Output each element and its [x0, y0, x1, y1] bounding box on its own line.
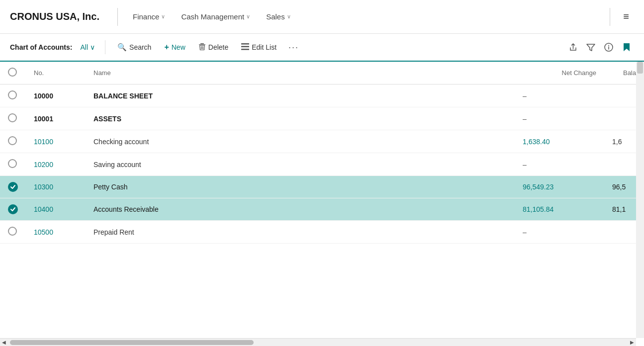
toolbar: Chart of Accounts: All ∨ 🔍 Search + New: [0, 34, 644, 62]
horizontal-scrollbar[interactable]: ◀ ▶: [0, 338, 636, 346]
row-name-cell: ASSETS: [86, 107, 515, 130]
col-header-net-change: Net Change: [515, 62, 604, 85]
delete-button[interactable]: Delete: [192, 40, 234, 55]
chevron-down-icon: ∨: [161, 13, 165, 20]
row-name-cell: Checking account: [86, 130, 515, 153]
edit-list-button[interactable]: Edit List: [235, 40, 282, 55]
app-logo: CRONUS USA, Inc.: [10, 11, 99, 22]
table-row[interactable]: 10100 Checking account 1,638.40 1,6: [0, 130, 644, 153]
row-select-cell[interactable]: [0, 107, 26, 130]
chevron-down-icon: ∨: [90, 43, 95, 51]
svg-rect-7: [241, 49, 249, 50]
info-icon[interactable]: [601, 40, 616, 55]
col-header-name: Name: [86, 62, 515, 85]
row-radio[interactable]: [8, 227, 17, 236]
row-radio[interactable]: [8, 90, 17, 99]
row-no-cell: 10100: [26, 130, 86, 153]
search-icon: 🔍: [117, 43, 127, 52]
svg-rect-1: [199, 44, 205, 45]
row-checkbox[interactable]: [8, 204, 18, 214]
table-row[interactable]: 10000 BALANCE SHEET –: [0, 85, 644, 107]
table-row[interactable]: 10001 ASSETS –: [0, 107, 644, 130]
row-net-change-cell: –: [515, 221, 604, 244]
row-select-cell[interactable]: [0, 221, 26, 244]
search-label: Search: [129, 43, 151, 51]
row-no-cell: 10300: [26, 176, 86, 198]
row-net-change-cell: –: [515, 153, 604, 176]
row-net-change-cell: –: [515, 85, 604, 107]
row-name-cell: Saving account: [86, 153, 515, 176]
svg-rect-5: [241, 43, 249, 45]
nav-cash-management[interactable]: Cash Management ∨: [174, 8, 257, 25]
filter-icon[interactable]: [583, 40, 598, 55]
table-header-row: No. Name Net Change Bala: [0, 62, 644, 85]
row-net-change-cell: –: [515, 107, 604, 130]
row-no-cell: 10001: [26, 107, 86, 130]
top-nav-bar: CRONUS USA, Inc. Finance ∨ Cash Manageme…: [0, 0, 644, 34]
edit-list-label: Edit List: [252, 43, 276, 51]
row-select-cell[interactable]: [0, 198, 26, 221]
row-checkbox[interactable]: [8, 182, 18, 192]
svg-point-10: [608, 45, 609, 46]
new-button[interactable]: + New: [158, 40, 191, 55]
nav-menu: Finance ∨ Cash Management ∨ Sales ∨: [126, 8, 602, 25]
row-select-cell[interactable]: [0, 85, 26, 107]
row-net-change-cell: 1,638.40: [515, 130, 604, 153]
toolbar-right-icons: [565, 40, 634, 55]
row-select-cell[interactable]: [0, 153, 26, 176]
row-name-cell: Accounts Receivable: [86, 198, 515, 221]
toolbar-separator: [105, 40, 105, 54]
row-select-cell[interactable]: [0, 130, 26, 153]
row-name-cell: Prepaid Rent: [86, 221, 515, 244]
row-select-cell[interactable]: [0, 176, 26, 198]
row-no-cell: 10200: [26, 153, 86, 176]
filter-all-button[interactable]: All ∨: [76, 41, 99, 53]
nav-sales[interactable]: Sales ∨: [259, 8, 298, 25]
nav-finance[interactable]: Finance ∨: [126, 8, 172, 25]
table-row[interactable]: 10500 Prepaid Rent –: [0, 221, 644, 244]
row-no-cell: 10000: [26, 85, 86, 107]
row-radio[interactable]: [8, 136, 17, 145]
row-radio[interactable]: [8, 159, 17, 168]
chart-of-accounts-label: Chart of Accounts:: [10, 43, 72, 51]
share-icon[interactable]: [565, 40, 580, 55]
content-area: No. Name Net Change Bala: [0, 62, 644, 346]
new-plus-icon: +: [164, 43, 169, 52]
nav-right: ≡: [618, 8, 634, 25]
chevron-down-icon: ∨: [246, 13, 250, 20]
vertical-scrollbar[interactable]: [636, 62, 644, 338]
table-row[interactable]: 10400 Accounts Receivable 81,105.84 81,1: [0, 198, 644, 221]
delete-icon: [198, 43, 206, 52]
row-name-cell: Petty Cash: [86, 176, 515, 198]
edit-list-icon: [241, 43, 249, 52]
scroll-right-arrow[interactable]: ▶: [628, 339, 636, 346]
col-header-select: [0, 62, 26, 85]
horizontal-scrollbar-thumb[interactable]: [10, 340, 254, 345]
accounts-table: No. Name Net Change Bala: [0, 62, 644, 244]
row-net-change-cell: 81,105.84: [515, 198, 604, 221]
new-label: New: [172, 43, 185, 51]
toolbar-actions: 🔍 Search + New Delete: [111, 40, 304, 55]
more-actions-button[interactable]: ···: [283, 40, 304, 55]
row-no-cell: 10400: [26, 198, 86, 221]
filter-all-label: All: [80, 43, 88, 51]
vertical-scrollbar-thumb[interactable]: [637, 62, 643, 74]
scroll-left-arrow[interactable]: ◀: [0, 339, 8, 346]
table-wrapper: No. Name Net Change Bala: [0, 62, 644, 346]
row-no-cell: 10500: [26, 221, 86, 244]
row-radio[interactable]: [8, 113, 17, 122]
chevron-down-icon: ∨: [287, 13, 291, 20]
hamburger-icon[interactable]: ≡: [618, 8, 634, 25]
bookmark-icon[interactable]: [619, 40, 634, 55]
search-button[interactable]: 🔍 Search: [111, 40, 157, 55]
nav-divider: [117, 8, 118, 26]
delete-label: Delete: [208, 43, 228, 51]
svg-rect-6: [241, 46, 249, 47]
table-body: 10000 BALANCE SHEET –: [0, 85, 644, 244]
nav-right-divider: [610, 8, 610, 26]
svg-rect-0: [200, 43, 204, 44]
table-row[interactable]: 10300 Petty Cash 96,549.23 96,5: [0, 176, 644, 198]
row-net-change-cell: 96,549.23: [515, 176, 604, 198]
header-radio[interactable]: [8, 68, 17, 77]
table-row[interactable]: 10200 Saving account –: [0, 153, 644, 176]
